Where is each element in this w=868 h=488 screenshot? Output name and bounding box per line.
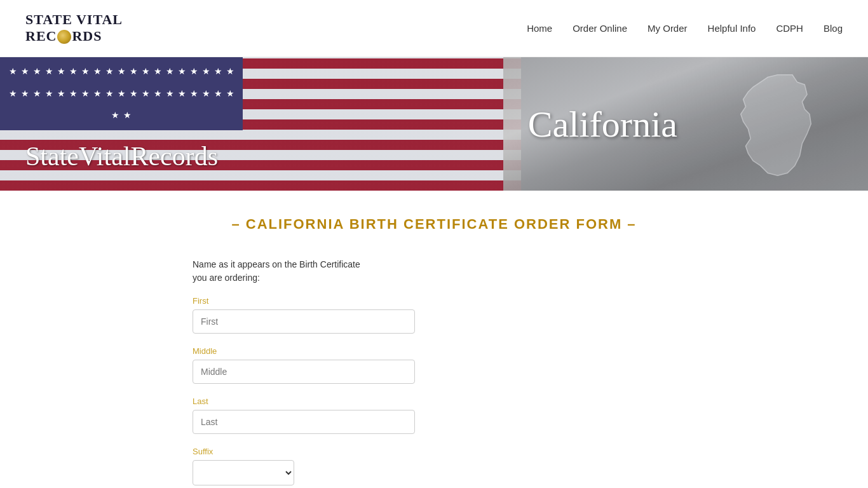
nav-order-online[interactable]: Order Online: [573, 23, 627, 34]
star-icon: ★: [166, 90, 174, 98]
star-icon: ★: [81, 90, 90, 98]
nav-cdph[interactable]: CDPH: [776, 23, 803, 34]
star-icon: ★: [142, 67, 150, 76]
star-icon: ★: [9, 67, 17, 76]
star-icon: ★: [57, 67, 65, 76]
suffix-label: Suffix: [193, 447, 675, 456]
last-name-group: Last: [193, 396, 675, 434]
first-name-label: First: [193, 296, 675, 306]
banner-title-left: StateVitalRecords: [25, 141, 218, 172]
star-icon: ★: [57, 90, 65, 98]
star-icon: ★: [69, 67, 78, 76]
header: STATE VITAL RECRDS Home Order Online My …: [0, 0, 868, 57]
star-icon: ★: [118, 90, 126, 98]
star-icon: ★: [33, 67, 41, 76]
star-icon: ★: [190, 67, 198, 76]
logo-line1: STATE VITAL: [25, 11, 123, 28]
nav-my-order[interactable]: My Order: [648, 23, 688, 34]
star-icon: ★: [69, 90, 78, 98]
name-description: Name as it appears on the Birth Certific…: [193, 258, 675, 285]
star-icon: ★: [21, 67, 29, 76]
star-icon: ★: [190, 90, 198, 98]
banner: ★ ★ ★ ★ ★ ★ ★ ★ ★ ★ ★ ★ ★ ★ ★ ★ ★ ★ ★ ★ …: [0, 57, 868, 191]
star-icon: ★: [93, 90, 102, 98]
star-icon: ★: [202, 67, 210, 76]
star-icon: ★: [130, 90, 138, 98]
first-name-group: First: [193, 296, 675, 334]
star-icon: ★: [226, 67, 234, 76]
star-icon: ★: [45, 67, 53, 76]
star-icon: ★: [118, 67, 126, 76]
middle-name-group: Middle: [193, 346, 675, 384]
banner-title-right: California: [528, 102, 677, 145]
logo-o-icon: [57, 30, 71, 44]
star-icon: ★: [178, 90, 186, 98]
star-icon: ★: [226, 90, 234, 98]
star-icon: ★: [214, 67, 222, 76]
logo-text: STATE VITAL RECRDS: [25, 11, 123, 45]
star-icon: ★: [21, 90, 29, 98]
star-icon: ★: [123, 111, 132, 120]
star-icon: ★: [142, 90, 150, 98]
star-icon: ★: [214, 90, 222, 98]
star-icon: ★: [105, 67, 114, 76]
star-icon: ★: [111, 111, 119, 120]
form-title: – CALIFORNIA BIRTH CERTIFICATE ORDER FOR…: [193, 216, 675, 233]
suffix-select[interactable]: Jr. Sr. II III IV: [193, 460, 294, 485]
star-icon: ★: [33, 90, 41, 98]
main-nav: Home Order Online My Order Helpful Info …: [527, 23, 843, 34]
nav-blog[interactable]: Blog: [824, 23, 843, 34]
flag-stars-field: ★ ★ ★ ★ ★ ★ ★ ★ ★ ★ ★ ★ ★ ★ ★ ★ ★ ★ ★ ★ …: [0, 57, 243, 131]
last-name-label: Last: [193, 396, 675, 406]
name-section: Name as it appears on the Birth Certific…: [193, 258, 675, 485]
star-icon: ★: [9, 90, 17, 98]
suffix-group: Suffix Jr. Sr. II III IV: [193, 447, 675, 485]
star-icon: ★: [105, 90, 114, 98]
star-icon: ★: [166, 67, 174, 76]
birth-certificate-form: Name as it appears on the Birth Certific…: [193, 258, 675, 485]
last-name-input[interactable]: [193, 410, 415, 434]
star-icon: ★: [45, 90, 53, 98]
first-name-input[interactable]: [193, 309, 415, 334]
logo-line2: RECRDS: [25, 28, 123, 44]
logo: STATE VITAL RECRDS: [25, 11, 123, 45]
star-icon: ★: [202, 90, 210, 98]
star-icon: ★: [81, 67, 90, 76]
main-content: – CALIFORNIA BIRTH CERTIFICATE ORDER FOR…: [180, 191, 688, 488]
star-icon: ★: [178, 67, 186, 76]
nav-home[interactable]: Home: [527, 23, 552, 34]
star-icon: ★: [154, 67, 162, 76]
star-icon: ★: [130, 67, 138, 76]
middle-name-label: Middle: [193, 346, 675, 356]
star-icon: ★: [154, 90, 162, 98]
star-icon: ★: [93, 67, 102, 76]
nav-helpful-info[interactable]: Helpful Info: [708, 23, 756, 34]
middle-name-input[interactable]: [193, 360, 415, 384]
